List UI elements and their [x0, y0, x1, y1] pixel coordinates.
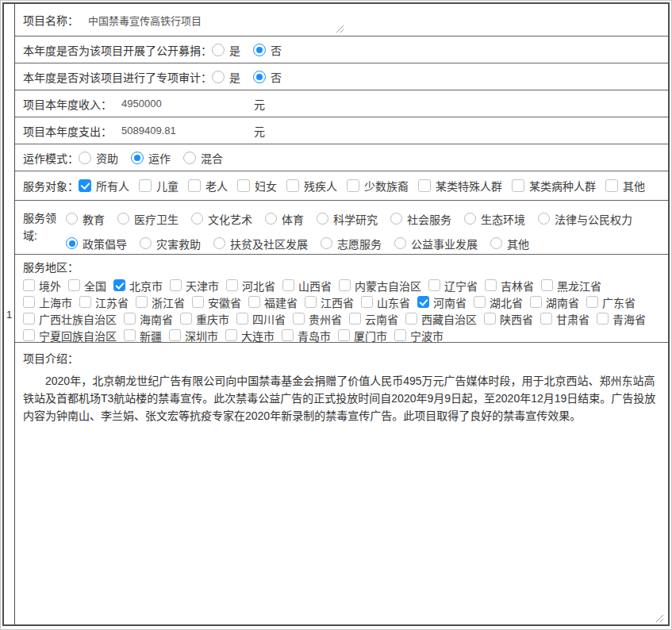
checkbox-icon[interactable]: [338, 329, 350, 341]
radio-icon[interactable]: [490, 237, 502, 249]
checkbox-option[interactable]: 广东省: [586, 294, 636, 310]
checkbox-icon[interactable]: [484, 313, 496, 325]
checkbox-icon[interactable]: [428, 279, 440, 291]
radio-icon[interactable]: [390, 213, 402, 225]
checkbox-option[interactable]: 湖北省: [474, 294, 523, 310]
radio-option[interactable]: 否: [253, 42, 282, 58]
radio-icon[interactable]: [213, 237, 225, 249]
checkbox-option[interactable]: 天津市: [170, 278, 219, 294]
radio-option[interactable]: 科学研究: [317, 211, 378, 227]
checkbox-icon[interactable]: [113, 279, 125, 291]
checkbox-icon[interactable]: [23, 279, 35, 291]
checkbox-option[interactable]: 上海市: [23, 294, 72, 310]
checkbox-option[interactable]: 某类病种人群: [512, 178, 596, 194]
radio-icon[interactable]: [317, 213, 328, 225]
project-intro-textarea[interactable]: 2020年，北京朝龙世纪广告有限公司向中国禁毒基金会捐赠了价值人民币495万元广…: [23, 372, 660, 424]
checkbox-option[interactable]: 青岛市: [282, 328, 331, 344]
checkbox-option[interactable]: 新疆: [124, 328, 162, 344]
checkbox-icon[interactable]: [79, 296, 91, 308]
checkbox-option[interactable]: 福建省: [248, 294, 298, 310]
radio-icon[interactable]: [66, 213, 78, 225]
checkbox-option[interactable]: 贵州省: [293, 311, 342, 327]
radio-option[interactable]: 混合: [183, 150, 223, 166]
radio-icon[interactable]: [538, 213, 550, 225]
radio-option[interactable]: 公益事业发展: [394, 236, 478, 252]
checkbox-icon[interactable]: [124, 329, 136, 341]
radio-icon[interactable]: [66, 237, 78, 249]
checkbox-option[interactable]: 安徽省: [192, 294, 241, 310]
checkbox-option[interactable]: 黑龙江省: [541, 278, 601, 294]
checkbox-icon[interactable]: [170, 279, 182, 291]
resize-grip-icon[interactable]: [655, 613, 664, 621]
radio-option[interactable]: 其他: [490, 236, 529, 252]
checkbox-icon[interactable]: [136, 296, 148, 308]
radio-icon[interactable]: [253, 44, 266, 56]
checkbox-icon[interactable]: [586, 296, 598, 308]
radio-icon[interactable]: [117, 213, 129, 225]
checkbox-option[interactable]: 残疾人: [286, 178, 337, 194]
radio-icon[interactable]: [183, 152, 196, 164]
checkbox-option[interactable]: 深圳市: [169, 328, 218, 344]
checkbox-icon[interactable]: [225, 329, 237, 341]
checkbox-option[interactable]: 云南省: [349, 311, 398, 327]
checkbox-option[interactable]: 江苏省: [79, 294, 129, 310]
checkbox-icon[interactable]: [394, 329, 406, 341]
checkbox-option[interactable]: 海南省: [124, 311, 173, 327]
checkbox-icon[interactable]: [512, 179, 524, 192]
checkbox-icon[interactable]: [226, 279, 238, 291]
checkbox-icon[interactable]: [605, 179, 618, 192]
radio-icon[interactable]: [265, 213, 277, 225]
checkbox-option[interactable]: 宁夏回族自治区: [23, 328, 117, 344]
checkbox-icon[interactable]: [248, 296, 260, 308]
checkbox-option[interactable]: 北京市: [113, 278, 163, 294]
checkbox-icon[interactable]: [530, 296, 542, 308]
checkbox-option[interactable]: 全国: [68, 278, 106, 294]
checkbox-option[interactable]: 浙江省: [136, 294, 185, 310]
checkbox-icon[interactable]: [68, 279, 80, 291]
checkbox-option[interactable]: 湖南省: [530, 294, 579, 310]
checkbox-icon[interactable]: [282, 329, 294, 341]
checkbox-icon[interactable]: [286, 179, 299, 192]
checkbox-icon[interactable]: [236, 313, 248, 325]
radio-option[interactable]: 是: [212, 69, 240, 85]
radio-option[interactable]: 志愿服务: [321, 236, 382, 252]
checkbox-option[interactable]: 河南省: [417, 294, 467, 310]
checkbox-option[interactable]: 西藏自治区: [405, 311, 477, 327]
checkbox-option[interactable]: 吉林省: [485, 278, 534, 294]
checkbox-icon[interactable]: [541, 279, 553, 291]
checkbox-option[interactable]: 厦门市: [338, 328, 387, 344]
checkbox-option[interactable]: 甘肃省: [540, 311, 589, 327]
checkbox-option[interactable]: 青海省: [597, 311, 646, 327]
radio-icon[interactable]: [212, 44, 225, 56]
checkbox-icon[interactable]: [418, 179, 431, 192]
radio-option[interactable]: 生态环境: [464, 211, 525, 227]
checkbox-option[interactable]: 其他: [605, 178, 645, 194]
annual-expense-input[interactable]: 5089409.81: [121, 125, 254, 136]
radio-option[interactable]: 是: [212, 42, 240, 58]
checkbox-icon[interactable]: [361, 296, 373, 308]
checkbox-option[interactable]: 老人: [188, 178, 228, 194]
radio-option[interactable]: 教育: [66, 211, 105, 227]
checkbox-icon[interactable]: [349, 313, 361, 325]
checkbox-option[interactable]: 某类特殊人群: [418, 178, 502, 194]
radio-option[interactable]: 资助: [79, 150, 118, 166]
radio-icon[interactable]: [79, 152, 91, 164]
checkbox-option[interactable]: 儿童: [139, 178, 179, 194]
checkbox-icon[interactable]: [347, 179, 359, 192]
checkbox-icon[interactable]: [474, 296, 486, 308]
checkbox-option[interactable]: 内蒙古自治区: [339, 278, 421, 294]
checkbox-icon[interactable]: [192, 296, 204, 308]
checkbox-icon[interactable]: [23, 296, 35, 308]
radio-icon[interactable]: [212, 71, 225, 83]
radio-icon[interactable]: [394, 237, 406, 249]
checkbox-icon[interactable]: [139, 179, 152, 192]
radio-option[interactable]: 政策倡导: [66, 236, 127, 252]
radio-icon[interactable]: [321, 237, 332, 249]
checkbox-option[interactable]: 宁波市: [394, 328, 444, 344]
checkbox-icon[interactable]: [282, 279, 294, 291]
radio-option[interactable]: 否: [253, 69, 282, 85]
checkbox-option[interactable]: 山东省: [361, 294, 410, 310]
checkbox-option[interactable]: 四川省: [236, 311, 286, 327]
project-name-textarea[interactable]: 中国禁毒宣传高铁行项目: [88, 13, 202, 28]
radio-option[interactable]: 扶贫及社区发展: [213, 236, 308, 252]
